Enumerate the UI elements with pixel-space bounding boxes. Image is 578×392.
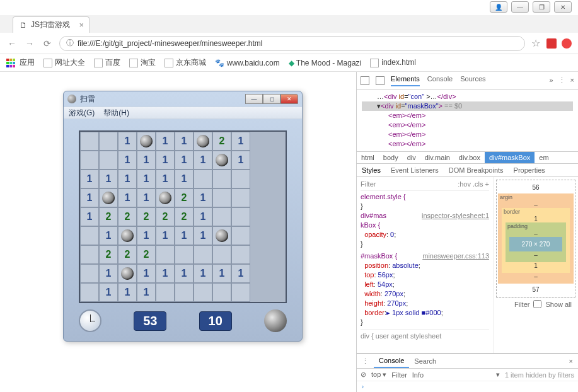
- extension-icon[interactable]: [562, 38, 572, 49]
- device-icon[interactable]: [376, 76, 384, 85]
- grid-cell[interactable]: [194, 245, 212, 264]
- os-minimize-button[interactable]: —: [511, 1, 529, 13]
- grid-cell[interactable]: 1: [231, 264, 250, 283]
- grid-cell[interactable]: 1: [99, 264, 118, 283]
- grid-cell[interactable]: 1: [175, 226, 194, 245]
- grid-cell[interactable]: 1: [137, 170, 156, 188]
- grid-cell[interactable]: [80, 245, 99, 264]
- grid-cell[interactable]: 2: [137, 207, 156, 226]
- bookmark-item[interactable]: 京东商城: [165, 57, 206, 68]
- grid-cell[interactable]: [99, 188, 118, 207]
- grid-cell[interactable]: 1: [80, 188, 99, 207]
- console-level[interactable]: Info: [412, 371, 424, 379]
- grid-cell[interactable]: [175, 245, 194, 264]
- grid-cell[interactable]: 1: [175, 170, 194, 188]
- reload-button[interactable]: ⟳: [42, 38, 53, 49]
- drawer-toggle-icon[interactable]: ⋮: [357, 355, 374, 368]
- more-tabs-icon[interactable]: »: [549, 76, 553, 84]
- menu-game[interactable]: 游戏(G): [69, 108, 95, 118]
- grid-cell[interactable]: 1: [194, 264, 212, 283]
- grid-cell[interactable]: 1: [231, 151, 250, 170]
- grid-cell[interactable]: 2: [175, 188, 194, 207]
- devtools-close-button[interactable]: ×: [570, 76, 574, 84]
- grid-cell[interactable]: 1: [156, 226, 175, 245]
- grid-cell[interactable]: 1: [175, 264, 194, 283]
- minesweeper-titlebar[interactable]: 扫雷 — ◻ ✕: [64, 91, 302, 107]
- os-maximize-button[interactable]: ❐: [533, 1, 550, 13]
- tab-sources[interactable]: Sources: [460, 75, 485, 86]
- grid-cell[interactable]: [99, 132, 118, 151]
- menu-help[interactable]: 帮助(H): [103, 108, 129, 118]
- grid-cell[interactable]: [212, 283, 231, 302]
- drawer-tab-console[interactable]: Console: [374, 354, 409, 368]
- grid-cell[interactable]: [231, 188, 250, 207]
- grid-cell[interactable]: [175, 283, 194, 302]
- grid-cell[interactable]: 1: [99, 283, 118, 302]
- bookmark-item[interactable]: 百度: [94, 57, 120, 68]
- grid-cell[interactable]: 1: [156, 151, 175, 170]
- grid-cell[interactable]: 2: [118, 245, 137, 264]
- grid-cell[interactable]: 1: [156, 170, 175, 188]
- grid-cell[interactable]: 1: [194, 151, 212, 170]
- grid-cell[interactable]: [194, 132, 212, 151]
- grid-cell[interactable]: [80, 264, 99, 283]
- drawer-tab-search[interactable]: Search: [409, 355, 441, 367]
- grid-cell[interactable]: [231, 226, 250, 245]
- grid-cell[interactable]: 1: [194, 226, 212, 245]
- styles-filter[interactable]: Filter: [361, 180, 376, 189]
- devtools-menu-icon[interactable]: ⋮: [558, 76, 565, 84]
- extension-icon[interactable]: [546, 38, 557, 49]
- console-clear-button[interactable]: ⊘: [361, 371, 366, 379]
- grid-cell[interactable]: [118, 226, 137, 245]
- apps-shortcut[interactable]: 应用: [6, 57, 35, 68]
- bookmark-item[interactable]: 网址大全: [43, 57, 85, 68]
- grid-cell[interactable]: [212, 207, 231, 226]
- grid-cell[interactable]: 1: [137, 188, 156, 207]
- dom-breadcrumb[interactable]: html body div div.main div.box div#maskB…: [357, 152, 578, 164]
- grid-cell[interactable]: 1: [80, 170, 99, 188]
- grid-cell[interactable]: 1: [212, 264, 231, 283]
- window-minimize-button[interactable]: —: [245, 94, 263, 104]
- grid-cell[interactable]: 1: [194, 188, 212, 207]
- grid-cell[interactable]: [118, 264, 137, 283]
- grid-cell[interactable]: [212, 226, 231, 245]
- grid-cell[interactable]: 2: [118, 207, 137, 226]
- os-close-button[interactable]: ✕: [554, 1, 572, 13]
- grid-cell[interactable]: [231, 283, 250, 302]
- grid-cell[interactable]: 1: [231, 132, 250, 151]
- grid-cell[interactable]: [212, 245, 231, 264]
- grid-cell[interactable]: [212, 170, 231, 188]
- forward-button[interactable]: →: [24, 38, 35, 49]
- grid-cell[interactable]: [80, 151, 99, 170]
- grid-cell[interactable]: [156, 283, 175, 302]
- os-user-icon[interactable]: 👤: [490, 1, 507, 13]
- grid-cell[interactable]: 2: [175, 207, 194, 226]
- grid-cell[interactable]: 1: [118, 170, 137, 188]
- computed-filter[interactable]: Filter: [514, 301, 529, 308]
- grid-cell[interactable]: 1: [156, 132, 175, 151]
- grid-cell[interactable]: 1: [118, 151, 137, 170]
- grid-cell[interactable]: 1: [80, 207, 99, 226]
- grid-cell[interactable]: 1: [137, 226, 156, 245]
- dom-tree[interactable]: …<div id="con" >…</div> ▾<div id="maskBo…: [357, 89, 578, 152]
- grid-cell[interactable]: 1: [99, 170, 118, 188]
- console-filter[interactable]: Filter: [391, 371, 407, 379]
- properties-tab[interactable]: Properties: [509, 164, 550, 176]
- window-close-button[interactable]: ✕: [280, 94, 298, 104]
- browser-tab[interactable]: 🗋 JS扫雷游戏 ×: [13, 16, 90, 33]
- grid-cell[interactable]: 2: [99, 207, 118, 226]
- grid-cell[interactable]: [80, 132, 99, 151]
- grid-cell[interactable]: 1: [118, 283, 137, 302]
- console-prompt[interactable]: ›: [357, 381, 578, 392]
- grid-cell[interactable]: 2: [137, 245, 156, 264]
- tab-elements[interactable]: Elements: [391, 75, 420, 86]
- drawer-close-button[interactable]: ×: [564, 355, 578, 367]
- grid-cell[interactable]: [156, 188, 175, 207]
- styles-tab[interactable]: Styles: [357, 164, 386, 176]
- grid-cell[interactable]: [156, 245, 175, 264]
- grid-cell[interactable]: [212, 188, 231, 207]
- console-context[interactable]: top ▾: [371, 371, 386, 379]
- bookmark-item[interactable]: index.html: [370, 58, 416, 67]
- back-button[interactable]: ←: [6, 38, 18, 49]
- bookmark-item[interactable]: 🐾 www.baidu.com: [215, 59, 279, 67]
